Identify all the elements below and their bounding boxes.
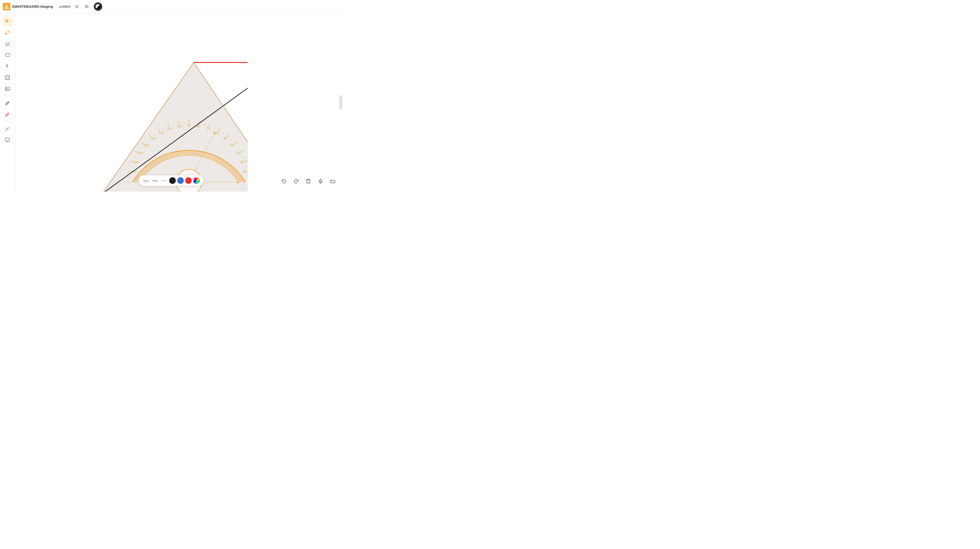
pen-chevron: › (11, 31, 12, 34)
svg-rect-5 (6, 43, 10, 46)
svg-text:140: 140 (143, 143, 149, 147)
svg-rect-8 (5, 75, 10, 79)
svg-rect-4 (85, 7, 89, 8)
undo-button[interactable] (279, 176, 289, 186)
protractor-tool[interactable]: 10 20 30 40 50 60 70 80 90 100 110 120 1… (78, 56, 248, 192)
svg-text:50: 50 (223, 136, 227, 140)
svg-text:160: 160 (134, 160, 139, 164)
svg-text:30: 30 (236, 151, 239, 155)
sidebar-tool-magic[interactable] (2, 124, 13, 134)
theme-toggle-icon (95, 4, 100, 9)
sidebar-tool-frame[interactable] (2, 72, 13, 83)
color-blue[interactable] (177, 177, 184, 184)
stroke-style-dashed[interactable] (160, 178, 168, 183)
sidebar-tool-pen[interactable]: › (2, 27, 13, 38)
svg-text:10: 10 (243, 170, 246, 173)
canvas-area[interactable]: 10 20 30 40 50 60 70 80 90 100 110 120 1… (15, 13, 342, 192)
delete-button[interactable] (304, 176, 313, 186)
shape-chevron: › (11, 54, 12, 56)
svg-line-90 (240, 124, 241, 126)
theme-toggle-button[interactable] (94, 2, 102, 11)
folder-button[interactable] (328, 176, 337, 186)
right-panel-handle[interactable] (339, 95, 342, 109)
svg-rect-6 (6, 54, 10, 56)
svg-text:120: 120 (158, 131, 164, 135)
header: i3WHITEBOARD-Staging untitled (0, 0, 342, 13)
svg-rect-9 (6, 76, 9, 79)
select-chevron: › (11, 20, 12, 22)
svg-rect-3 (85, 6, 89, 7)
menu-button[interactable] (83, 3, 91, 10)
stroke-style-loose-wavy[interactable] (142, 178, 150, 183)
svg-text:T: T (6, 64, 8, 68)
sidebar-tool-pencil[interactable] (2, 98, 13, 108)
sidebar-tool-text[interactable]: T (2, 61, 13, 71)
color-red[interactable] (185, 177, 192, 184)
svg-rect-12 (5, 138, 10, 141)
sidebar-tool-select[interactable]: › (2, 16, 13, 26)
logo-icon (3, 3, 10, 10)
svg-text:40: 40 (231, 143, 234, 147)
doc-title[interactable]: untitled (59, 5, 70, 8)
color-black[interactable] (169, 177, 176, 184)
color-picker[interactable] (193, 177, 200, 184)
svg-text:20: 20 (240, 160, 243, 163)
sidebar-tool-shape[interactable]: › (2, 50, 13, 60)
sidebar-separator-1 (3, 96, 12, 96)
svg-text:110: 110 (167, 127, 172, 130)
header-divider (56, 4, 56, 10)
sidebar-tool-image[interactable] (2, 84, 13, 94)
pin-button[interactable] (316, 176, 325, 186)
svg-line-89 (245, 132, 246, 134)
svg-rect-2 (85, 5, 89, 6)
sidebar-separator-2 (3, 121, 12, 122)
svg-point-95 (320, 181, 321, 182)
redo-button[interactable] (291, 176, 301, 186)
app-title: i3WHITEBOARD-Staging (12, 5, 53, 8)
sidebar-tool-eraser[interactable] (2, 38, 13, 49)
share-button[interactable] (72, 3, 81, 10)
svg-text:7: 7 (243, 106, 245, 109)
logo: i3WHITEBOARD-Staging (3, 3, 53, 10)
svg-text:60: 60 (215, 131, 219, 135)
svg-text:70: 70 (206, 127, 210, 130)
svg-marker-0 (5, 5, 8, 8)
sidebar: › › › T (0, 13, 15, 192)
svg-text:90: 90 (187, 124, 191, 127)
svg-text:150: 150 (138, 151, 143, 155)
svg-rect-1 (6, 7, 8, 8)
svg-text:100: 100 (177, 124, 182, 128)
svg-text:170: 170 (131, 170, 137, 173)
bottom-toolbar (138, 175, 204, 186)
sidebar-tool-screen[interactable] (2, 135, 13, 145)
svg-rect-10 (5, 87, 10, 90)
sidebar-tool-highlight[interactable] (2, 109, 13, 119)
svg-text:8: 8 (238, 97, 239, 99)
bottom-right-tools (279, 176, 337, 186)
stroke-style-tight-wavy[interactable] (151, 178, 159, 183)
svg-text:130: 130 (150, 136, 156, 140)
svg-marker-13 (102, 62, 248, 192)
